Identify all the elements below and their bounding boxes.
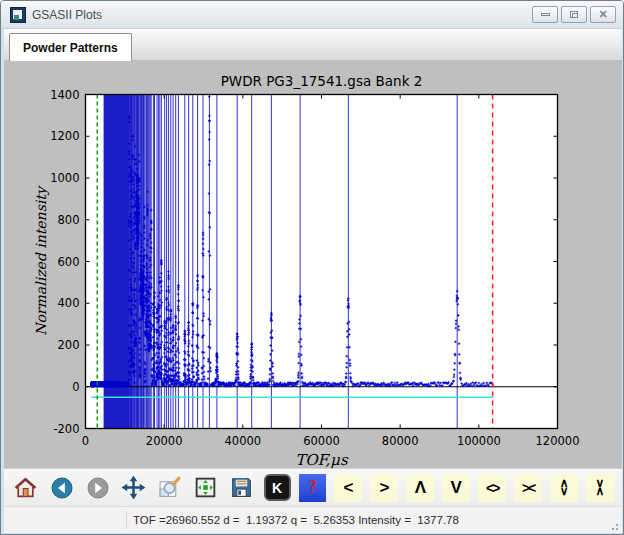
y-tick-label: -200	[53, 422, 79, 436]
key-press-label: K	[272, 480, 282, 496]
window-title: GSASII Plots	[32, 8, 102, 22]
maximize-button[interactable]	[561, 6, 587, 23]
save-button[interactable]	[228, 474, 256, 502]
shift-right-label: >	[379, 478, 389, 498]
x-tick-label: 0	[82, 434, 89, 448]
tab-label: Powder Patterns	[23, 41, 118, 55]
gsas2-app-icon	[10, 7, 26, 23]
close-button[interactable]: ✕	[590, 6, 616, 23]
plot-toolbar: K?<>ΛV<>><∧∨∨∧	[4, 468, 622, 506]
pan-button[interactable]	[120, 474, 148, 502]
y-axis-label: Normalized intensity	[33, 185, 50, 336]
widen-y-button[interactable]: ∧∨	[550, 474, 578, 502]
caption-buttons: ✕	[532, 6, 616, 23]
minimize-icon	[541, 13, 550, 16]
plot-area[interactable]	[86, 95, 558, 429]
y-tick-label: 1400	[50, 88, 79, 102]
x-tick-label: 60000	[303, 434, 340, 448]
shift-left-button[interactable]: <	[334, 474, 362, 502]
tab-strip: Powder Patterns	[4, 29, 622, 61]
x-tick-label: 40000	[225, 434, 262, 448]
shift-up-label: Λ	[415, 478, 426, 498]
minimize-button[interactable]	[532, 6, 558, 23]
home-icon	[13, 475, 38, 500]
help-button[interactable]: ?	[299, 474, 327, 502]
widen-y-icon: ∧∨	[560, 480, 569, 495]
back-button[interactable]	[48, 474, 76, 502]
close-icon: ✕	[598, 9, 607, 20]
figure-canvas: 020000400006000080000100000120000-200020…	[4, 61, 622, 468]
y-tick-label: 600	[58, 255, 80, 269]
subplots-icon	[193, 475, 218, 500]
y-tick-label: 400	[58, 296, 80, 310]
subplots-button[interactable]	[192, 474, 220, 502]
cursor-readout: TOF =26960.552 d = 1.19372 q = 5.26353 I…	[133, 514, 459, 526]
help-label: ?	[308, 477, 317, 498]
y-tick-label: 800	[58, 213, 80, 227]
x-tick-label: 20000	[146, 434, 183, 448]
shift-down-button[interactable]: V	[442, 474, 470, 502]
back-icon	[50, 476, 74, 500]
y-tick-label: 0	[72, 380, 79, 394]
plot-title: PWDR PG3_17541.gsa Bank 2	[221, 73, 423, 89]
widen-x-label: <>	[486, 480, 498, 496]
resize-grip[interactable]	[607, 519, 619, 531]
status-bar: TOF =26960.552 d = 1.19372 q = 5.26353 I…	[4, 506, 622, 533]
key-press-button[interactable]: K	[264, 474, 291, 501]
shift-right-button[interactable]: >	[370, 474, 398, 502]
maximize-icon	[570, 11, 578, 18]
tab-powder-patterns[interactable]: Powder Patterns	[9, 33, 132, 61]
gsas2-plots-window: GSASII Plots ✕ Powder Patterns 020000400…	[0, 0, 624, 535]
x-tick-label: 80000	[382, 434, 419, 448]
shift-up-button[interactable]: Λ	[406, 474, 434, 502]
y-tick-label: 1000	[50, 171, 79, 185]
narrow-x-label: ><	[522, 480, 534, 496]
forward-icon	[86, 476, 110, 500]
shift-left-label: <	[343, 478, 353, 498]
y-tick-label: 200	[58, 338, 80, 352]
x-axis-label: TOF,μs	[295, 451, 349, 469]
reflection-dense-band	[104, 95, 130, 429]
narrow-x-button[interactable]: ><	[514, 474, 542, 502]
titlebar[interactable]: GSASII Plots ✕	[1, 1, 623, 29]
save-icon	[229, 475, 254, 500]
x-tick-label: 100000	[457, 434, 501, 448]
narrow-y-button[interactable]: ∨∧	[586, 474, 614, 502]
powder-pattern-plot[interactable]: 020000400006000080000100000120000-200020…	[4, 61, 622, 468]
forward-button[interactable]	[84, 474, 112, 502]
status-separator	[126, 511, 127, 529]
x-tick-label: 120000	[536, 434, 580, 448]
pan-icon	[121, 475, 146, 500]
zoom-to-rect-button[interactable]	[156, 474, 184, 502]
zoom-rect-icon	[157, 475, 182, 500]
shift-down-label: V	[451, 478, 462, 498]
y-tick-label: 1200	[50, 129, 79, 143]
narrow-y-icon: ∨∧	[596, 480, 605, 495]
widen-x-button[interactable]: <>	[478, 474, 506, 502]
home-button[interactable]	[12, 474, 40, 502]
